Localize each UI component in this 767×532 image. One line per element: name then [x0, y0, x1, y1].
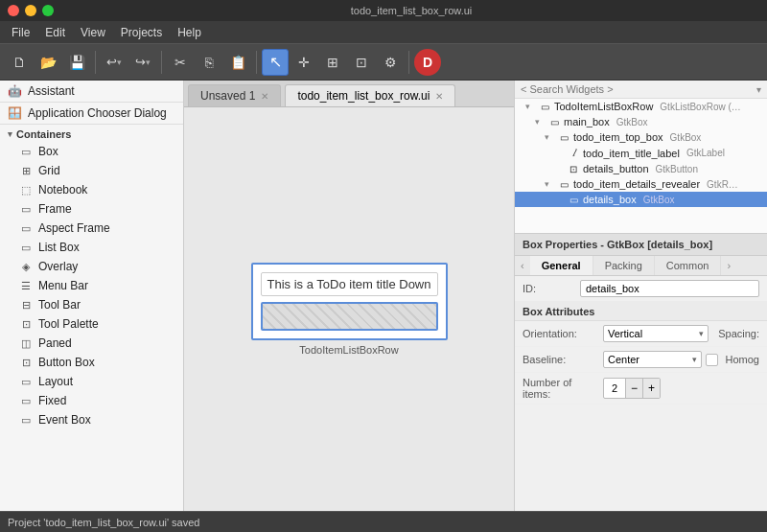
titlebar: todo_item_list_box_row.ui [0, 0, 767, 21]
fixed-label: Fixed [38, 394, 66, 407]
sidebar-item-fixed[interactable]: ▭ Fixed [0, 391, 183, 410]
appchooser-label: Application Chooser Dialog [28, 106, 167, 120]
menubar: File Edit View Projects Help [0, 21, 767, 44]
sidebar-item-listbox[interactable]: ▭ List Box [0, 238, 183, 257]
tree-node-todoitemlistboxrow[interactable]: ▾ ▭ TodoItemListBoxRow GtkListBoxRow (… [515, 99, 767, 114]
sidebar-item-paned[interactable]: ◫ Paned [0, 334, 183, 353]
node-name-1: main_box [564, 116, 610, 127]
paste-button[interactable]: 📋 [224, 49, 251, 76]
containers-label: Containers [16, 128, 71, 140]
expand-2[interactable]: ▾ [545, 132, 554, 142]
close-button[interactable] [8, 5, 19, 16]
statusbar-text: Project 'todo_item_list_box_row.ui' save… [8, 517, 199, 528]
sidebar-item-eventbox[interactable]: ▭ Event Box [0, 410, 183, 429]
redo-button[interactable]: ↪▾ [129, 49, 156, 76]
menu-view[interactable]: View [73, 24, 113, 41]
tab-unsaved-close[interactable]: ✕ [261, 91, 268, 102]
props-tab-packing[interactable]: Packing [593, 256, 655, 275]
node-name-3: todo_item_title_label [583, 148, 680, 159]
right-panel: ▾ ▾ ▭ TodoItemListBoxRow GtkListBoxRow (… [514, 81, 767, 511]
tab-main-label: todo_item_list_box_row.ui [297, 89, 430, 103]
undo-button[interactable]: ↩▾ [101, 49, 128, 76]
node-icon-4: ⊡ [567, 164, 580, 174]
open-button[interactable]: 📂 [35, 49, 61, 76]
box-icon: ▭ [19, 146, 33, 158]
align-button[interactable]: ⊞ [319, 49, 346, 76]
sidebar-item-aspectframe[interactable]: ▭ Aspect Frame [0, 219, 183, 238]
frame-icon: ▭ [19, 203, 33, 216]
minimize-button[interactable] [25, 5, 36, 16]
grid-label: Grid [38, 164, 60, 177]
menu-projects[interactable]: Projects [113, 24, 170, 41]
props-items-row: Number ofitems: 2 − + [515, 373, 767, 405]
node-type-2: GtkBox [670, 132, 702, 143]
expand-0[interactable]: ▾ [525, 102, 535, 111]
menu-file[interactable]: File [4, 24, 37, 41]
sidebar-item-layout[interactable]: ▭ Layout [0, 372, 183, 391]
homog-label: Homog [726, 354, 759, 365]
containers-arrow: ▾ [8, 129, 12, 139]
tree-node-detailsbox[interactable]: ▭ details_box GtkBox [515, 192, 767, 207]
props-nav-right[interactable]: › [721, 256, 736, 275]
sidebar-item-box[interactable]: ▭ Box [0, 142, 183, 161]
items-label: Number ofitems: [523, 377, 599, 400]
new-button[interactable]: 🗋 [6, 49, 33, 76]
maximize-button[interactable] [42, 5, 54, 16]
save-button[interactable]: 💾 [63, 49, 90, 76]
tree-node-titlelabel[interactable]: 𝑙 todo_item_title_label GtkLabel [515, 145, 767, 161]
sidebar-item-frame[interactable]: ▭ Frame [0, 199, 183, 219]
node-name-0: TodoItemListBoxRow [554, 101, 653, 112]
tree-search-arrow[interactable]: ▾ [756, 84, 761, 95]
expand-1[interactable]: ▾ [535, 117, 545, 127]
sidebar-item-assistant[interactable]: 🤖 Assistant [0, 81, 183, 103]
toolbar-separator-1 [95, 51, 96, 74]
debug-button[interactable]: D [414, 49, 441, 76]
preview-button[interactable]: ⊡ [348, 49, 375, 76]
orientation-select[interactable]: Vertical ▾ [603, 325, 709, 342]
buttonbox-icon: ⊡ [19, 357, 33, 369]
items-increment[interactable]: + [642, 379, 660, 398]
menu-help[interactable]: Help [170, 24, 209, 41]
tree-node-revealer[interactable]: ▾ ▭ todo_item_details_revealer GtkR… [515, 176, 767, 192]
props-id-input[interactable] [580, 280, 759, 297]
cut-button[interactable]: ✂ [167, 49, 194, 76]
canvas: This is a ToDo item title Down TodoItemL… [184, 107, 514, 511]
toolbar-separator-4 [408, 51, 409, 74]
move-button[interactable]: ✛ [291, 49, 317, 76]
tree-search-input[interactable] [521, 83, 756, 95]
copy-button[interactable]: ⎘ [196, 49, 222, 76]
sidebar-item-menubar[interactable]: ☰ Menu Bar [0, 276, 183, 295]
sidebar-item-appchooser[interactable]: 🪟 Application Chooser Dialog [0, 103, 183, 125]
tree-node-detailsbtn[interactable]: ⊡ details_button GtkButton [515, 161, 767, 176]
props-tab-general[interactable]: General [530, 256, 593, 275]
select-button[interactable]: ↖ [262, 49, 289, 76]
sidebar-item-notebook[interactable]: ⬚ Notebook [0, 180, 183, 199]
tab-unsaved[interactable]: Unsaved 1 ✕ [188, 84, 281, 106]
tab-main[interactable]: todo_item_list_box_row.ui ✕ [285, 84, 455, 106]
expand-5[interactable]: ▾ [545, 179, 554, 189]
props-nav-left[interactable]: ‹ [515, 256, 530, 275]
toolbar: 🗋 📂 💾 ↩▾ ↪▾ ✂ ⎘ 📋 ↖ ✛ ⊞ ⊡ ⚙ D [0, 44, 767, 81]
tree-node-topbox[interactable]: ▾ ▭ todo_item_top_box GtkBox [515, 129, 767, 145]
tree-node-mainbox[interactable]: ▾ ▭ main_box GtkBox [515, 114, 767, 129]
sidebar-item-toolbar[interactable]: ⊟ Tool Bar [0, 295, 183, 314]
sidebar-item-toolpalette[interactable]: ⊡ Tool Palette [0, 314, 183, 334]
tab-main-close[interactable]: ✕ [435, 91, 443, 102]
sidebar-item-grid[interactable]: ⊞ Grid [0, 161, 183, 180]
sidebar-item-overlay[interactable]: ◈ Overlay [0, 257, 183, 276]
sidebar: 🤖 Assistant 🪟 Application Chooser Dialog… [0, 81, 184, 511]
widget-label: TodoItemListBoxRow [299, 344, 398, 356]
node-name-6: details_box [583, 194, 637, 205]
baseline-select[interactable]: Center ▾ [603, 351, 702, 368]
sidebar-item-buttonbox[interactable]: ⊡ Button Box [0, 353, 183, 372]
props-tab-common[interactable]: Common [655, 256, 722, 275]
window-title: todo_item_list_box_row.ui [63, 5, 759, 16]
notebook-icon: ⬚ [19, 184, 33, 197]
items-decrement[interactable]: − [625, 379, 642, 398]
menu-edit[interactable]: Edit [37, 24, 73, 41]
paned-label: Paned [38, 336, 72, 350]
props-id-label: ID: [523, 283, 580, 294]
options-button[interactable]: ⚙ [377, 49, 404, 76]
homog-checkbox[interactable] [706, 354, 718, 366]
widget-preview[interactable]: This is a ToDo item title Down [251, 263, 448, 340]
